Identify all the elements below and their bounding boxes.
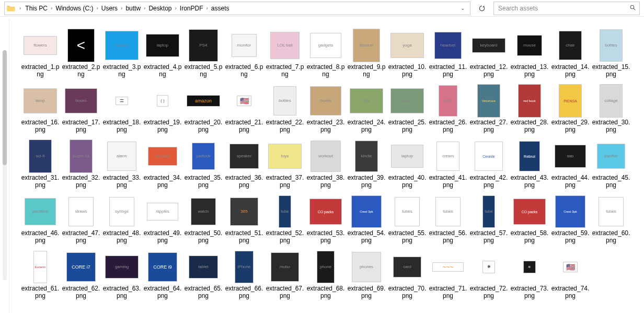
file-item[interactable]: sci-fiextracted_31.png [20,138,61,190]
file-item[interactable]: red toolextracted_34.png [142,138,183,190]
file-item[interactable]: mouseextracted_13.png [509,27,550,79]
file-item[interactable]: 365extracted_51.png [224,193,264,246]
file-item[interactable]: tubeextracted_52.png [264,193,305,246]
file-thumbnail: red book [513,84,546,118]
file-item[interactable]: boxesextracted_23.png [305,83,346,135]
file-item[interactable]: ■extracted_73.png [509,249,550,301]
file-item[interactable]: toysextracted_37.png [264,138,305,190]
file-item[interactable]: bottlesextracted_15.png [591,27,631,79]
file-item[interactable]: pacifierextracted_45.png [591,138,631,190]
chevron-right-icon[interactable]: › [143,5,146,11]
file-item[interactable]: fashionextracted_9.png [346,27,387,79]
file-item[interactable]: tubesextracted_56.png [428,193,468,246]
file-item[interactable]: pinkextracted_26.png [428,83,468,135]
chevron-right-icon[interactable]: › [205,5,209,11]
file-item[interactable]: Eucerinextracted_61.png [20,249,61,301]
file-item[interactable]: booksextracted_17.png [61,83,101,135]
thumbnail-image: gaming [105,256,139,279]
file-item[interactable]: PS4extracted_5.png [183,27,224,79]
breadcrumb-segment[interactable]: This PC [23,2,50,15]
chevron-right-icon[interactable]: › [95,5,99,11]
breadcrumb-segment[interactable]: Windows (C:) [53,2,95,15]
file-item[interactable]: Crest 3pkextracted_59.png [550,193,591,246]
file-item[interactable]: CORE i7extracted_62.png [61,249,101,301]
file-thumbnail: tablet [187,250,220,284]
file-item[interactable]: collageextracted_30.png [591,83,631,135]
refresh-button[interactable] [475,2,489,15]
file-item[interactable]: PIENSAextracted_29.png [550,83,591,135]
chevron-right-icon[interactable]: › [120,5,123,11]
file-item[interactable]: pacifiersextracted_46.png [20,193,61,246]
file-item[interactable]: cardextracted_70.png [387,249,428,301]
file-item[interactable]: box adextracted_3.png [101,27,142,79]
thumbnail-image: kindle [355,141,378,172]
file-item[interactable]: kindleextracted_39.png [346,138,387,190]
breadcrumb-segment[interactable]: buttw [123,2,143,15]
file-item[interactable]: nipplesextracted_49.png [142,193,183,246]
file-item[interactable]: tubeextracted_57.png [468,193,509,246]
file-item[interactable]: phoneextracted_68.png [305,249,346,301]
file-item[interactable]: watchextracted_50.png [183,193,224,246]
file-item[interactable]: gamingextracted_63.png [101,249,142,301]
file-item[interactable]: amazonextracted_20.png [183,83,224,135]
file-item[interactable]: chairextracted_14.png [550,27,591,79]
file-item[interactable]: CORE i9extracted_64.png [142,249,183,301]
file-item[interactable]: ✱extracted_72.png [468,249,509,301]
file-item[interactable]: CeraVeextracted_42.png [468,138,509,190]
file-item[interactable]: syringeextracted_48.png [101,193,142,246]
chevron-right-icon[interactable]: › [174,5,177,11]
breadcrumb-dropdown-button[interactable]: ⌄ [457,2,468,15]
file-item[interactable]: headsetextracted_11.png [428,27,468,79]
file-item[interactable]: purple bkextracted_32.png [61,138,101,190]
file-item[interactable]: flowersextracted_1.png [20,27,61,79]
file-item[interactable]: laptopextracted_4.png [142,27,183,79]
file-item[interactable]: moboextracted_67.png [264,249,305,301]
file-item[interactable]: alarmextracted_33.png [101,138,142,190]
file-item[interactable]: Retinolextracted_43.png [509,138,550,190]
file-item[interactable]: keyboardextracted_12.png [468,27,509,79]
nav-scrollbar-thumb[interactable] [3,50,7,165]
file-item[interactable]: Crest 3pkextracted_54.png [346,193,387,246]
file-item[interactable]: healthextracted_25.png [387,83,428,135]
file-item[interactable]: tabletextracted_65.png [183,249,224,301]
file-item[interactable]: CO packsextracted_58.png [509,193,550,246]
breadcrumb-segment[interactable]: IronPDF [178,2,205,15]
file-item[interactable]: LOL ballextracted_7.png [264,27,305,79]
file-item[interactable]: tubesextracted_60.png [591,193,631,246]
file-item[interactable]: laptopextracted_40.png [387,138,428,190]
file-item[interactable]: CO packsextracted_53.png [305,193,346,246]
chevron-right-icon[interactable]: › [50,5,53,11]
file-item[interactable]: speakerextracted_36.png [224,138,264,190]
file-item[interactable]: workoutextracted_38.png [305,138,346,190]
file-item[interactable]: creamextracted_41.png [428,138,468,190]
file-item[interactable]: yogaextracted_10.png [387,27,428,79]
file-item[interactable]: tubesextracted_55.png [387,193,428,246]
file-item[interactable]: strawsextracted_47.png [61,193,101,246]
file-item[interactable]: lampextracted_16.png [20,83,61,135]
file-item[interactable]: bottlesextracted_22.png [264,83,305,135]
file-item[interactable]: red bookextracted_28.png [509,83,550,135]
file-item[interactable]: phonesextracted_69.png [346,249,387,301]
search-box[interactable] [493,2,640,15]
file-item[interactable]: =extracted_18.png [101,83,142,135]
search-input[interactable] [497,4,626,13]
file-item[interactable]: 🇺🇸extracted_74.png [550,249,591,301]
file-item[interactable]: padlockextracted_35.png [183,138,224,190]
file-item[interactable]: Victoriousextracted_27.png [468,83,509,135]
chevron-right-icon[interactable]: › [18,5,22,11]
file-item[interactable]: ~~~extracted_71.png [428,249,468,301]
breadcrumb[interactable]: › This PC›Windows (C:)›Users›buttw›Deskt… [4,2,470,15]
file-item[interactable]: <extracted_2.png [61,27,101,79]
file-item[interactable]: gadgetsextracted_8.png [305,27,346,79]
file-item[interactable]: foodextracted_24.png [346,83,387,135]
file-item[interactable]: monitorextracted_6.png [224,27,264,79]
breadcrumb-segment[interactable]: Users [99,2,120,15]
file-item[interactable]: 🇺🇸extracted_21.png [224,83,264,135]
file-list-pane[interactable]: flowersextracted_1.png<extracted_2.pngbo… [14,19,644,313]
breadcrumb-segment[interactable]: Desktop [146,2,174,15]
nav-scrollbar[interactable] [3,50,7,280]
file-item[interactable]: ( )extracted_19.png [142,83,183,135]
file-item[interactable]: SSDextracted_44.png [550,138,591,190]
breadcrumb-segment[interactable]: assets [209,2,232,15]
file-item[interactable]: iPhoneextracted_66.png [224,249,264,301]
